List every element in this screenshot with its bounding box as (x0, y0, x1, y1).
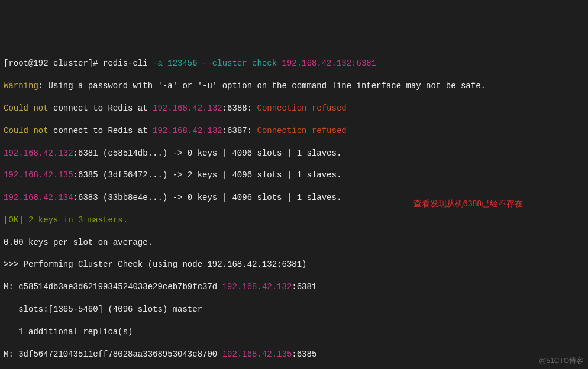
replica-line: 1 additional replica(s) (4, 326, 584, 338)
node-summary-line: 192.168.42.132:6381 (c58514db...) -> 0 k… (4, 148, 584, 159)
ip-address: 192.168.42.135 (4, 170, 73, 180)
ip-address: 192.168.42.134 (4, 193, 73, 202)
ip-address: 192.168.42.135 (222, 349, 292, 359)
ip-address: 192.168.42.132 (4, 148, 73, 158)
warning-label: Warning (4, 81, 38, 90)
ip-address: 192.168.42.132 (153, 126, 222, 135)
cmd-redis-cli: redis-cli (98, 59, 148, 68)
conn-refused-line: Could not connect to Redis at 192.168.42… (4, 103, 584, 114)
ip-address: 192.168.42.132 (222, 282, 292, 292)
master-node-line: M: 3df564721043511eff78028aa3368953043c8… (4, 349, 584, 360)
node-summary-line: 192.168.42.135:6385 (3df56472...) -> 2 k… (4, 170, 584, 181)
watermark-text: @51CTO博客 (539, 356, 583, 365)
error-text: Connection refused (257, 103, 347, 113)
error-text: Connection refused (257, 126, 347, 135)
shell-prompt: [root@192 cluster]# (4, 59, 98, 68)
master-node-line: M: c58514db3ae3d6219934524033e29ceb7b9fc… (4, 281, 584, 293)
annotation-text: 查看发现从机6388已经不存在 (413, 198, 523, 209)
average-line: 0.00 keys per slot on average. (4, 237, 584, 248)
warning-line: Warning: Using a password with '-a' or '… (4, 80, 584, 92)
slots-line: slots:[1365-5460] (4096 slots) master (4, 304, 584, 315)
cmd-flags: -a 123456 --cluster check (148, 59, 277, 68)
section-header: >>> Performing Cluster Check (using node… (4, 259, 584, 270)
conn-refused-line: Could not connect to Redis at 192.168.42… (4, 125, 584, 137)
prompt-line: [root@192 cluster]# redis-cli -a 123456 … (4, 58, 584, 69)
ok-tag: [OK] (4, 215, 24, 225)
ip-address: 192.168.42.132 (153, 103, 222, 113)
ok-line: [OK] 2 keys in 3 masters. (4, 215, 584, 226)
cmd-target: 192.168.42.132:6381 (277, 59, 376, 68)
warning-text: : Using a password with '-a' or '-u' opt… (38, 81, 486, 90)
